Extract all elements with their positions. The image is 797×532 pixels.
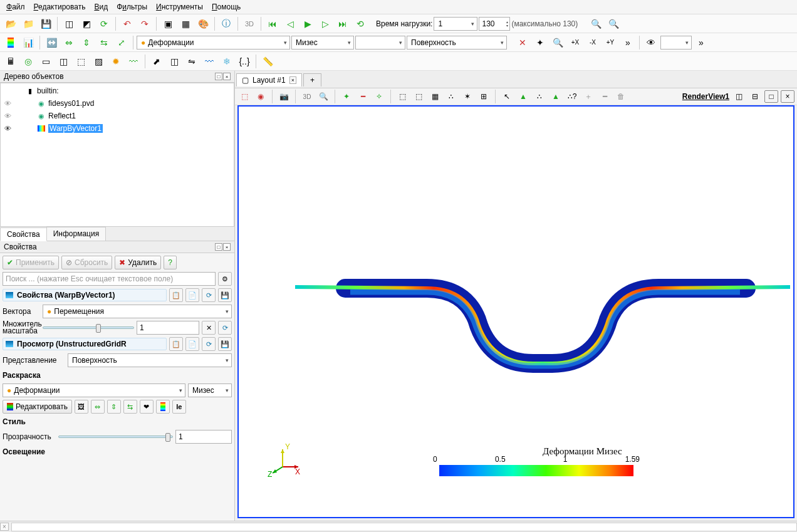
- renderview-label[interactable]: RenderView1: [682, 92, 729, 101]
- rb-zoom-icon[interactable]: 🔍: [316, 90, 330, 103]
- cm5-icon[interactable]: ❤: [140, 400, 154, 414]
- rb-pick-icon[interactable]: ⬚: [237, 90, 251, 103]
- repr2-combo[interactable]: Поверхность: [68, 353, 232, 367]
- apply-button[interactable]: ✔Применить: [3, 256, 59, 269]
- rb-s4-icon[interactable]: ⬚: [395, 90, 409, 103]
- tab-information[interactable]: Информация: [46, 227, 106, 241]
- copy2-icon[interactable]: 📋: [169, 337, 183, 351]
- cube2-icon[interactable]: ▦: [177, 16, 194, 31]
- zoom-icon[interactable]: 🔍: [588, 16, 604, 31]
- tree-float-icon[interactable]: □: [215, 73, 222, 80]
- custom-range-icon[interactable]: ⇆: [96, 35, 112, 50]
- opacity-input[interactable]: 1: [175, 430, 232, 444]
- delete-button[interactable]: ✖Удалить: [115, 256, 161, 269]
- prev-frame-icon[interactable]: ◁: [282, 16, 298, 31]
- cm2-icon[interactable]: ⇔: [91, 400, 105, 414]
- glyph-icon[interactable]: ✹: [108, 54, 124, 69]
- rb-3d-icon[interactable]: 3D: [300, 90, 314, 103]
- axis-plus-y-icon[interactable]: +Y: [602, 35, 618, 50]
- contour-icon[interactable]: ◎: [20, 54, 36, 69]
- stream-icon[interactable]: 〰: [125, 54, 142, 69]
- group-icon[interactable]: ◫: [166, 54, 182, 69]
- menu-file[interactable]: Файл: [3, 1, 29, 13]
- rb-s2-icon[interactable]: ━: [356, 90, 370, 103]
- rb-sel3-icon[interactable]: ∴: [533, 90, 546, 103]
- cm7-icon[interactable]: Ie: [172, 400, 186, 414]
- component-combo[interactable]: Мизес: [291, 36, 354, 50]
- menu-help[interactable]: Помощь: [208, 1, 244, 13]
- split-h-icon[interactable]: ◫: [732, 90, 746, 103]
- time-combo[interactable]: 1: [434, 17, 477, 31]
- cube1-icon[interactable]: ▣: [160, 16, 176, 31]
- rb-s3-icon[interactable]: ✧: [372, 90, 386, 103]
- rb-sel5-icon[interactable]: ∴?: [565, 90, 579, 103]
- rb-s6-icon[interactable]: ▦: [428, 90, 442, 103]
- color-field-combo[interactable]: ●Деформации: [3, 383, 185, 397]
- rb-sel2-icon[interactable]: ▲: [516, 90, 530, 103]
- group-view[interactable]: Просмотр (UnstructuredGridR: [3, 338, 167, 350]
- rb-s8-icon[interactable]: ✶: [461, 90, 474, 103]
- fit-icon[interactable]: ⇔: [61, 35, 77, 50]
- info-icon[interactable]: ⓘ: [218, 16, 234, 31]
- scale-input[interactable]: 1: [137, 321, 199, 335]
- rb-sub-icon[interactable]: ━: [598, 90, 612, 103]
- geometry2-icon[interactable]: ◩: [78, 16, 95, 31]
- props-float-icon[interactable]: □: [215, 243, 222, 251]
- zoom-plus-icon[interactable]: 🔍: [605, 16, 622, 31]
- close-tab-icon[interactable]: ×: [289, 76, 296, 84]
- save-icon[interactable]: 💾: [38, 16, 54, 31]
- rb-render-icon[interactable]: ◉: [254, 90, 268, 103]
- more2-icon[interactable]: »: [693, 35, 709, 50]
- rb-camera-icon[interactable]: 📷: [277, 90, 291, 103]
- extract-icon[interactable]: ▨: [90, 54, 107, 69]
- scale-slider[interactable]: [43, 326, 134, 329]
- palette-icon[interactable]: 🎨: [195, 16, 211, 31]
- rb-s9-icon[interactable]: ⊞: [477, 90, 491, 103]
- custom2-icon[interactable]: ⤢: [113, 35, 130, 50]
- menu-tools[interactable]: Инструменты: [152, 1, 207, 13]
- 3d-mode-icon[interactable]: 3D: [241, 16, 258, 31]
- menu-filters[interactable]: Фильтры: [113, 1, 151, 13]
- maximize-icon[interactable]: □: [764, 90, 778, 103]
- vectors-combo[interactable]: ●Перемещения: [43, 305, 232, 318]
- axis-plus-x-icon[interactable]: +X: [567, 35, 583, 50]
- loop-icon[interactable]: ⟲: [352, 16, 368, 31]
- reload2-icon[interactable]: ⟳: [202, 288, 216, 302]
- rb-sel1-icon[interactable]: ↖: [500, 90, 514, 103]
- open-icon[interactable]: 📂: [3, 16, 19, 31]
- geometry-icon[interactable]: ◫: [61, 16, 77, 31]
- reload-icon[interactable]: ⟳: [96, 16, 112, 31]
- tree-close-icon[interactable]: ×: [223, 73, 231, 80]
- axes-x-icon[interactable]: ✕: [514, 35, 531, 50]
- rb-s5-icon[interactable]: ⬚: [412, 90, 425, 103]
- rb-trash-icon[interactable]: 🗑: [614, 90, 628, 103]
- repr-combo[interactable]: Поверхность: [407, 36, 507, 50]
- tree-row-builtin[interactable]: ▮builtin:: [2, 85, 232, 97]
- reload4-icon[interactable]: ⟳: [202, 337, 216, 351]
- split-v-icon[interactable]: ⊟: [748, 90, 762, 103]
- zoom2-icon[interactable]: 🔍: [550, 35, 566, 50]
- tab-properties[interactable]: Свойства: [0, 227, 47, 241]
- open-recent-icon[interactable]: 📁: [20, 16, 36, 31]
- calc-icon[interactable]: 🖩: [3, 54, 19, 69]
- reset-button[interactable]: ⊘Сбросить: [61, 256, 112, 269]
- search-input[interactable]: Поиск ... (нажатие Esc очищает текстовое…: [3, 272, 216, 286]
- rb-s1-icon[interactable]: ✦: [340, 90, 353, 103]
- statusbar-close-icon[interactable]: ×: [0, 523, 9, 531]
- paste2-icon[interactable]: 📄: [185, 337, 199, 351]
- brace-icon[interactable]: {..}: [236, 54, 253, 69]
- cm6-icon[interactable]: [156, 400, 170, 414]
- clear-icon[interactable]: ✕: [202, 321, 216, 335]
- menu-edit[interactable]: Редактировать: [30, 1, 90, 13]
- layout-tab-1[interactable]: ▢Layout #1×: [236, 73, 302, 86]
- extra-combo[interactable]: [355, 36, 405, 50]
- render-viewport[interactable]: Деформации Мизес 00.511.59 X Y Z: [237, 105, 794, 518]
- clip-icon[interactable]: ▭: [38, 54, 54, 69]
- paste-icon[interactable]: 📄: [185, 288, 199, 302]
- threshold-icon[interactable]: ⬚: [73, 54, 89, 69]
- warp-icon[interactable]: ⬈: [148, 54, 165, 69]
- eye-combo[interactable]: [660, 36, 692, 50]
- fit2-icon[interactable]: ⇕: [78, 35, 95, 50]
- object-tree[interactable]: ▮builtin: 👁◉fidesys01.pvd 👁◉Reflect1 👁Wa…: [0, 83, 234, 227]
- field-combo[interactable]: ●Деформации: [137, 36, 290, 50]
